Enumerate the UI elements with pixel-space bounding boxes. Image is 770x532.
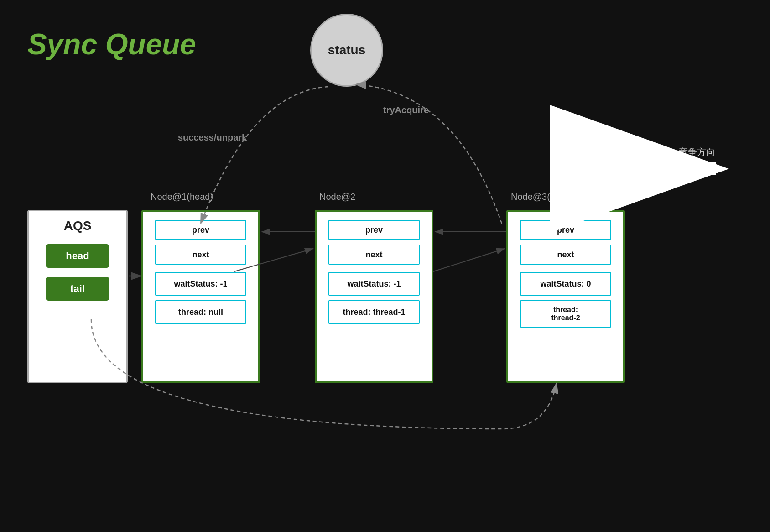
node3-wait-status: waitStatus: 0 [520,272,611,296]
page-title: Sync Queue [27,27,196,61]
node3-box: prev next waitStatus: 0 thread: thread-2 [506,210,625,383]
aqs-title: AQS [64,219,92,233]
node2-wait-status: waitStatus: -1 [328,272,420,296]
node2-label: Node@2 [319,192,355,202]
node2-thread: thread: thread-1 [328,300,420,324]
node1-next: next [155,245,246,265]
node1-thread: thread: null [155,300,246,324]
node1-label: Node@1(head) [151,192,213,202]
try-acquire-label: tryAcquire [383,105,429,115]
aqs-head-field: head [46,244,109,268]
aqs-tail-field: tail [46,277,109,301]
node3-prev: prev [520,220,611,240]
node2-box: prev next waitStatus: -1 thread: thread-… [315,210,433,383]
aqs-box: AQS head tail [27,210,128,383]
node1-wait-status: waitStatus: -1 [155,272,246,296]
competition-label: 竞争方向 [679,146,715,158]
node3-label: Node@3(tail) [511,192,565,202]
node3-thread: thread: thread-2 [520,300,611,328]
node3-next: next [520,245,611,265]
node2-next: next [328,245,420,265]
node1-prev: prev [155,220,246,240]
status-circle: status [310,14,383,87]
node1-box: prev next waitStatus: -1 thread: null [141,210,260,383]
svg-line-8 [433,249,505,271]
node2-prev: prev [328,220,420,240]
success-unpark-label: success/unpark [178,132,247,143]
